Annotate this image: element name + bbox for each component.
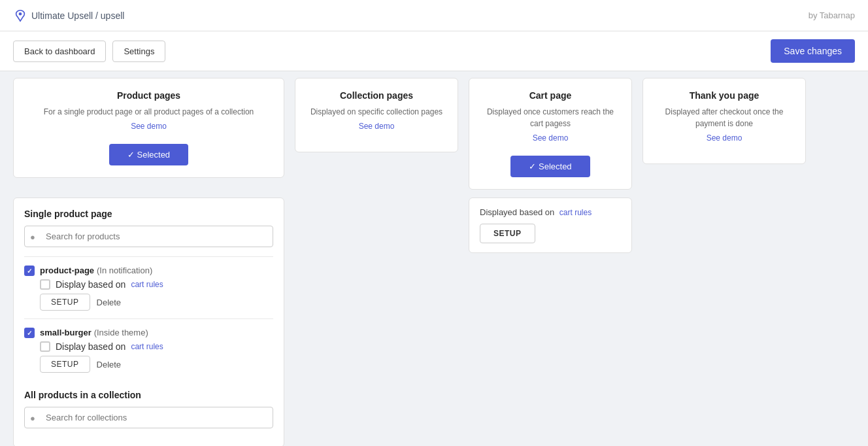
- product-pages-selected-button[interactable]: ✓ Selected: [109, 144, 188, 165]
- save-changes-button[interactable]: Save changes: [771, 39, 855, 63]
- collection-search-input[interactable]: [24, 407, 273, 428]
- app-logo-icon: [13, 9, 27, 23]
- product-pages-title: Product pages: [117, 90, 180, 101]
- product-1-checkbox[interactable]: [24, 266, 35, 276]
- cart-detail-box: Displayed based on cart rules SETUP: [469, 197, 632, 253]
- product-1-display-checkbox[interactable]: [40, 279, 50, 290]
- product-search-wrap: ●: [24, 226, 273, 247]
- thank-you-page-card: Thank you page Displayed after checkout …: [643, 78, 806, 164]
- all-products-title: All products in a collection: [24, 390, 273, 400]
- collection-search-wrap: ●: [24, 407, 273, 428]
- cart-display-label: Displayed based on: [480, 207, 554, 217]
- product-pages-card: Product pages For a single product page …: [13, 78, 284, 178]
- product-2-checkbox[interactable]: [24, 328, 35, 338]
- product-2-display-text: Display based on: [56, 341, 125, 352]
- product-1-setup-button[interactable]: SETUP: [40, 294, 90, 311]
- collection-pages-card: Collection pages Displayed on specific c…: [295, 78, 458, 152]
- top-bar-left: Ultimate Upsell / upsell: [13, 9, 124, 23]
- product-pages-desc: For a single product page or all product…: [44, 106, 254, 118]
- cart-page-col: Cart page Displayed once customers reach…: [469, 78, 632, 190]
- collection-pages-col: Collection pages Displayed on specific c…: [295, 78, 458, 190]
- all-products-section: All products in a collection ●: [24, 381, 273, 446]
- product-1-cart-rules-link[interactable]: cart rules: [131, 280, 163, 289]
- settings-button[interactable]: Settings: [112, 41, 165, 62]
- single-product-page-title: Single product page: [24, 209, 273, 219]
- thank-you-page-col: Thank you page Displayed after checkout …: [643, 78, 806, 190]
- app-logo: Ultimate Upsell / upsell: [13, 9, 124, 23]
- detail-row: Single product page ● product-page (In n…: [0, 197, 868, 446]
- cart-page-selected-button[interactable]: ✓ Selected: [510, 156, 590, 177]
- app-breadcrumb: Ultimate Upsell / upsell: [31, 10, 124, 21]
- page-type-cards-row: Product pages For a single product page …: [0, 71, 868, 190]
- cart-page-see-demo[interactable]: See demo: [533, 133, 569, 143]
- product-1-delete-button[interactable]: Delete: [97, 298, 122, 307]
- product-2-actions: SETUP Delete: [40, 356, 273, 373]
- product-2-setup-button[interactable]: SETUP: [40, 356, 90, 373]
- thank-you-page-title: Thank you page: [690, 90, 760, 101]
- product-2-cart-rules-link[interactable]: cart rules: [131, 342, 163, 351]
- cart-page-card: Cart page Displayed once customers reach…: [469, 78, 632, 190]
- by-tabarnap-text: by Tabarnap: [809, 10, 855, 20]
- product-2-display-checkbox[interactable]: [40, 341, 50, 352]
- cart-setup-button[interactable]: SETUP: [480, 224, 535, 243]
- product-2-name: small-burger: [40, 328, 92, 337]
- product-item-2: small-burger (Inside theme) Display base…: [24, 318, 273, 381]
- thank-you-detail-col: [643, 197, 806, 446]
- top-bar: Ultimate Upsell / upsell by Tabarnap: [0, 0, 868, 31]
- product-pages-col: Product pages For a single product page …: [13, 78, 284, 190]
- product-1-name: product-page: [40, 266, 94, 275]
- collection-detail-col: [295, 197, 458, 446]
- toolbar: Back to dashboard Settings Save changes: [0, 31, 868, 71]
- cart-rules-link[interactable]: cart rules: [559, 208, 592, 217]
- cart-page-title: Cart page: [529, 90, 572, 101]
- collection-pages-title: Collection pages: [340, 90, 413, 101]
- product-1-tag: (In notification): [97, 266, 152, 275]
- left-detail-col: Single product page ● product-page (In n…: [13, 197, 284, 446]
- cart-page-desc: Displayed once customers reach the cart …: [480, 106, 621, 129]
- back-to-dashboard-button[interactable]: Back to dashboard: [13, 41, 106, 62]
- product-1-display-text: Display based on: [56, 279, 125, 290]
- product-2-delete-button[interactable]: Delete: [97, 360, 122, 369]
- thank-you-page-see-demo[interactable]: See demo: [707, 133, 743, 143]
- product-pages-see-demo[interactable]: See demo: [131, 122, 167, 131]
- product-2-tag: (Inside theme): [94, 328, 148, 337]
- collection-pages-see-demo[interactable]: See demo: [359, 122, 395, 131]
- svg-point-0: [19, 12, 22, 15]
- product-item-1: product-page (In notification) Display b…: [24, 256, 273, 318]
- cart-detail-col: Displayed based on cart rules SETUP: [469, 197, 632, 446]
- thank-you-page-desc: Displayed after checkout once the paymen…: [654, 106, 795, 129]
- product-1-sub: Display based on cart rules: [40, 279, 273, 290]
- product-2-sub: Display based on cart rules: [40, 341, 273, 352]
- cart-displayed-text: Displayed based on cart rules: [480, 207, 621, 217]
- product-search-input[interactable]: [24, 226, 273, 247]
- toolbar-left: Back to dashboard Settings: [13, 41, 165, 62]
- collection-pages-desc: Displayed on specific collection pages: [310, 106, 442, 118]
- product-1-actions: SETUP Delete: [40, 294, 273, 311]
